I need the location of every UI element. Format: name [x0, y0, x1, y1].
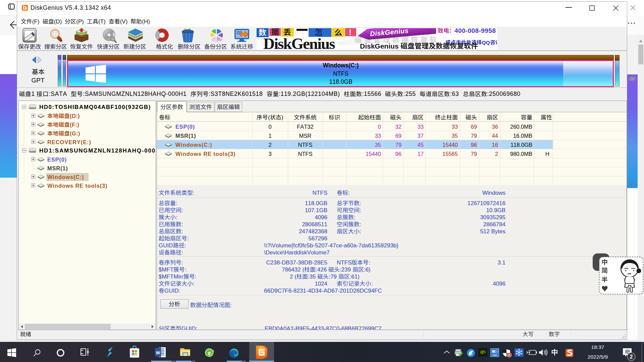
svg-text:e: e	[208, 349, 211, 356]
svg-text:intel: intel	[493, 354, 497, 356]
svg-text:2: 2	[630, 354, 633, 360]
svg-text:W: W	[156, 350, 160, 355]
